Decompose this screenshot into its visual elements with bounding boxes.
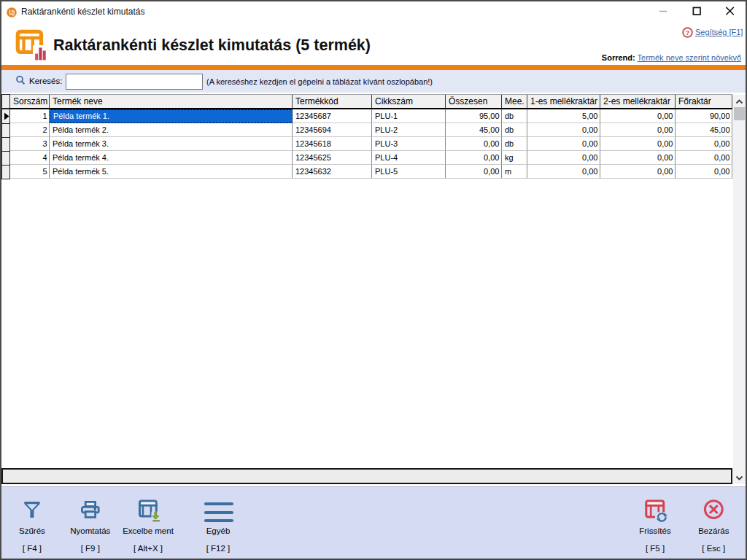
svg-text:?: ? (686, 28, 690, 36)
